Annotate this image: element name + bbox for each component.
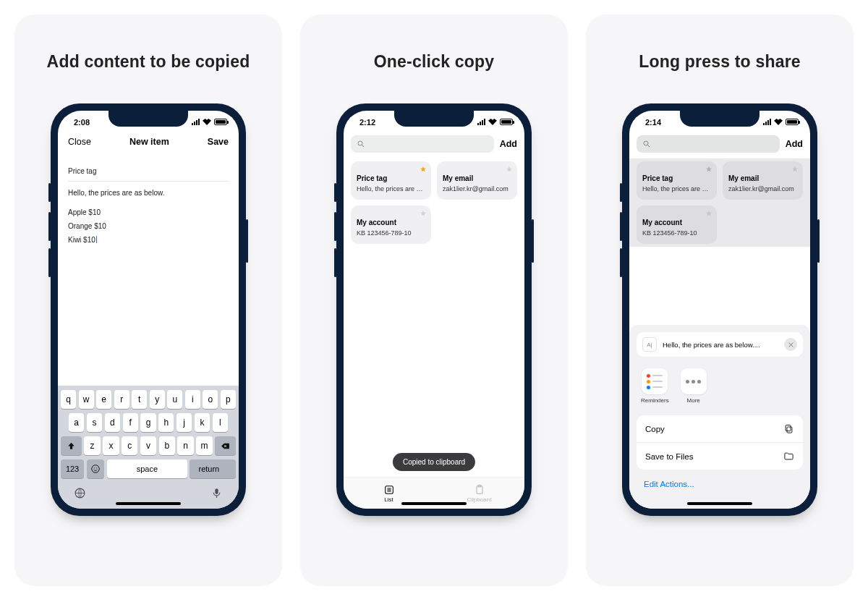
share-preview-row: A| Hello, the prices are as below.... [637,332,803,357]
key-o[interactable]: o [203,390,218,409]
action-label: Save to Files [645,452,693,461]
key-g[interactable]: g [140,413,156,432]
card-title: My email [728,174,797,182]
body-line[interactable]: Hello, the prices are as below. [68,182,229,205]
home-indicator[interactable] [116,502,181,505]
key-i[interactable]: i [185,390,200,409]
key-r[interactable]: r [114,390,129,409]
key-x[interactable]: x [103,436,119,455]
action-save-files[interactable]: Save to Files [637,443,803,470]
mic-icon[interactable] [210,487,223,501]
status-indicators [192,119,227,125]
status-indicators [763,119,799,125]
share-preview-text: Hello, the prices are as below.... [663,341,778,349]
key-h[interactable]: h [158,413,174,432]
svg-point-2 [96,467,97,468]
search-icon [357,140,365,148]
signal-icon [763,119,771,125]
key-space[interactable]: space [107,459,187,478]
key-j[interactable]: j [176,413,192,432]
key-c[interactable]: c [122,436,137,455]
share-action-list: Copy Save to Files [637,415,803,470]
app-label: Reminders [641,397,669,404]
card-my-email[interactable]: My email zak1lier.kr@gmail.com [437,161,517,200]
card-my-email[interactable]: My email zak1lier.kr@gmail.com [723,161,803,200]
status-time: 2:14 [645,118,661,127]
panel-title: One-click copy [374,52,494,72]
key-z[interactable]: z [84,436,100,455]
key-v[interactable]: v [140,436,156,455]
tab-label: Clipboard [467,496,491,503]
svg-rect-11 [786,425,791,431]
card-price-tag[interactable]: Price tag Hello, the prices are as... [351,161,431,200]
svg-point-1 [94,467,95,468]
phone-frame: 2:14 Add Price tag [622,103,817,516]
card-grid: Price tag Hello, the prices are as... My… [344,158,524,247]
key-q[interactable]: q [61,390,76,409]
key-t[interactable]: t [132,390,147,409]
card-my-account[interactable]: My account KB 123456-789-10 [637,205,717,244]
card-subtitle: Hello, the prices are as... [642,185,711,192]
key-f[interactable]: f [123,413,138,432]
key-b[interactable]: b [159,436,175,455]
body-line-caret[interactable]: Kiwi $10 [68,233,229,247]
card-title: Price tag [642,174,711,182]
search-input[interactable] [351,135,494,153]
card-price-tag[interactable]: Price tag Hello, the prices are as... [637,161,717,200]
edit-actions-link[interactable]: Edit Actions... [637,478,803,488]
new-item-form: Price tag Hello, the prices are as below… [58,153,239,247]
screen-2: 2:12 Add Price tag Hello, the prices are… [344,111,524,509]
key-backspace[interactable] [215,436,236,455]
close-button[interactable]: Close [68,137,91,147]
svg-rect-4 [215,488,218,494]
copy-icon [783,423,794,434]
key-d[interactable]: d [105,413,120,432]
key-return[interactable]: return [190,459,236,478]
key-emoji[interactable] [87,459,105,478]
action-copy[interactable]: Copy [637,415,803,443]
key-l[interactable]: l [213,413,228,432]
key-e[interactable]: e [96,390,111,409]
key-n[interactable]: n [177,436,193,455]
key-w[interactable]: w [79,390,94,409]
card-subtitle: Hello, the prices are as... [357,185,425,192]
star-icon [791,166,799,174]
close-share-button[interactable] [784,338,797,351]
body-line[interactable]: Orange $10 [68,219,229,233]
card-grid: Price tag Hello, the prices are as... My… [629,158,810,247]
add-button[interactable]: Add [786,139,803,149]
key-123[interactable]: 123 [61,459,84,478]
search-input[interactable] [637,135,780,153]
star-icon [420,210,427,219]
home-indicator[interactable] [687,502,752,505]
key-p[interactable]: p [221,390,236,409]
app-more[interactable]: More [681,368,707,404]
key-shift[interactable] [61,436,82,455]
star-icon [420,166,427,174]
key-y[interactable]: y [150,390,165,409]
panel-title: Add content to be copied [47,52,250,72]
key-u[interactable]: u [167,390,182,409]
text-preview-icon: A| [642,337,657,352]
key-a[interactable]: a [69,413,84,432]
signal-icon [477,119,485,125]
save-button[interactable]: Save [208,137,229,147]
svg-point-9 [644,141,648,145]
globe-icon[interactable] [74,487,86,501]
svg-point-5 [358,141,362,145]
key-s[interactable]: s [87,413,102,432]
signal-icon [192,119,200,125]
search-icon [642,140,651,148]
add-button[interactable]: Add [500,139,517,149]
card-subtitle: zak1lier.kr@gmail.com [728,185,797,192]
home-indicator[interactable] [401,502,467,505]
screen-1: 2:08 Close New item Save Price tag Hello… [58,111,239,509]
app-reminders[interactable]: Reminders [641,368,669,404]
wifi-icon [488,119,497,125]
key-k[interactable]: k [195,413,210,432]
key-m[interactable]: m [196,436,212,455]
card-my-account[interactable]: My account KB 123456-789-10 [351,205,431,244]
title-field[interactable]: Price tag [68,160,229,182]
app-label: More [687,397,700,404]
body-line[interactable]: Apple $10 [68,205,229,219]
